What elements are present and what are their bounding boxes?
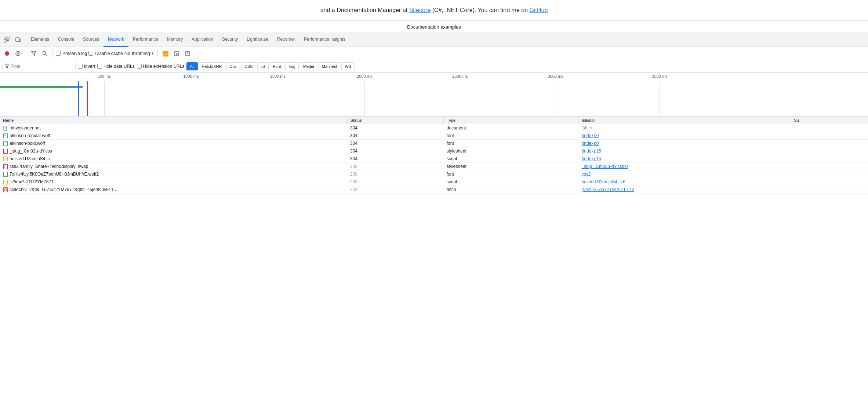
row-initiator[interactable]: css2 bbox=[579, 170, 791, 178]
type-btn-doc[interactable]: Doc bbox=[226, 62, 240, 70]
svg-text:T: T bbox=[4, 173, 6, 176]
hide-data-urls-checkbox[interactable] bbox=[97, 64, 102, 69]
row-initiator[interactable]: _slug_.Cm02u-dY.css:0 bbox=[579, 163, 791, 170]
initiator-link[interactable]: css2 bbox=[582, 172, 591, 177]
hide-data-urls-label[interactable]: Hide data URLs bbox=[97, 64, 135, 69]
initiator-link[interactable]: _slug_.Cm02u-dY.css:0 bbox=[582, 164, 628, 169]
row-icon-font: T bbox=[3, 133, 8, 138]
timeline-mark-2500: 2500 ms bbox=[452, 74, 468, 78]
row-initiator[interactable]: (index):15 bbox=[579, 155, 791, 163]
network-table-container[interactable]: Name Status Type Initiator Siz mhwelande… bbox=[0, 117, 868, 411]
invert-label[interactable]: Invert bbox=[78, 64, 95, 69]
initiator-link[interactable]: (index):15 bbox=[582, 148, 601, 154]
table-row[interactable]: JShoisted.D3cmjpS4.js304script(index):15 bbox=[0, 155, 868, 163]
table-row[interactable]: mhwelander.net304documentOther bbox=[0, 124, 868, 132]
inspect-element-icon[interactable] bbox=[1, 34, 12, 45]
table-row[interactable]: #_slug_.Cm02u-dY.css304stylesheet(index)… bbox=[0, 147, 868, 155]
table-row[interactable]: Tatkinson-regular.woff304font(index):0 bbox=[0, 132, 868, 140]
initiator-link[interactable]: (index):15 bbox=[582, 156, 601, 161]
svg-rect-1 bbox=[7, 37, 9, 39]
filter-input[interactable] bbox=[11, 64, 62, 69]
tab-network[interactable]: Network bbox=[103, 32, 128, 47]
hide-ext-urls-checkbox[interactable] bbox=[137, 64, 142, 69]
preserve-log-label[interactable]: Preserve log bbox=[56, 51, 87, 56]
sitecore-link[interactable]: Sitecore bbox=[409, 7, 431, 14]
search-button[interactable] bbox=[40, 49, 50, 58]
tab-sources[interactable]: Sources bbox=[79, 32, 103, 47]
wifi-icon: 📶 bbox=[162, 51, 168, 56]
hide-ext-urls-label[interactable]: Hide extension URLs bbox=[137, 64, 185, 69]
invert-checkbox[interactable] bbox=[78, 64, 83, 69]
timeline-bars bbox=[0, 83, 868, 112]
row-type: stylesheet bbox=[444, 163, 579, 170]
row-name-cell: JSjs?id=G-ZG72YM767T bbox=[0, 178, 347, 186]
table-row[interactable]: collect?v=2&tid=G-ZG72YM767T&gtm=45je48l… bbox=[0, 186, 868, 194]
tab-bar-icons bbox=[1, 34, 23, 45]
filter-icon-button[interactable] bbox=[29, 49, 39, 58]
row-initiator[interactable]: js?id=G-ZG72YM767T:173 bbox=[579, 186, 791, 194]
type-btn-css[interactable]: CSS bbox=[241, 62, 256, 70]
svg-rect-0 bbox=[4, 37, 6, 39]
tab-console[interactable]: Console bbox=[54, 32, 79, 47]
row-status: 304 bbox=[347, 140, 444, 147]
toolbar-divider-2 bbox=[52, 50, 53, 57]
table-row[interactable]: T7cHtv4Uyi5K0OeZ7bohU8H0JmBUhfrE.woff220… bbox=[0, 170, 868, 178]
row-initiator[interactable]: hoisted.D3cmjpS4.js:6 bbox=[579, 178, 791, 186]
type-btn-manifest[interactable]: Manifest bbox=[319, 62, 341, 70]
disable-cache-label[interactable]: Disable cache bbox=[88, 51, 123, 56]
tab-performance[interactable]: Performance bbox=[128, 32, 163, 47]
col-header-name[interactable]: Name bbox=[0, 117, 347, 124]
clear-button[interactable] bbox=[13, 49, 23, 58]
row-size bbox=[791, 140, 868, 147]
device-toggle-icon[interactable] bbox=[13, 34, 23, 45]
row-size bbox=[791, 124, 868, 132]
initiator-link[interactable]: hoisted.D3cmjpS4.js:6 bbox=[582, 179, 625, 184]
page-title: Documentation examples bbox=[407, 24, 461, 30]
tab-memory[interactable]: Memory bbox=[163, 32, 187, 47]
import-har-button[interactable] bbox=[172, 49, 181, 58]
svg-line-10 bbox=[46, 54, 47, 56]
tab-elements[interactable]: Elements bbox=[26, 32, 54, 47]
type-btn-media[interactable]: Media bbox=[300, 62, 317, 70]
type-btn-js[interactable]: JS bbox=[257, 62, 269, 70]
tab-application[interactable]: Application bbox=[187, 32, 218, 47]
github-link[interactable]: GitHub bbox=[530, 7, 548, 14]
row-initiator[interactable]: (index):15 bbox=[579, 147, 791, 155]
row-status: 304 bbox=[347, 132, 444, 140]
row-initiator[interactable]: (index):0 bbox=[579, 132, 791, 140]
svg-text:JS: JS bbox=[4, 158, 7, 161]
row-icon-css: # bbox=[3, 148, 8, 154]
tab-performance-insights[interactable]: Performance insights bbox=[299, 32, 350, 47]
initiator-link[interactable]: (index):0 bbox=[582, 133, 599, 138]
preserve-log-checkbox[interactable] bbox=[56, 51, 61, 56]
col-header-initiator[interactable]: Initiator bbox=[579, 117, 791, 124]
table-row[interactable]: Tatkinson-bold.woff304font(index):0 bbox=[0, 140, 868, 147]
initiator-link[interactable]: (index):0 bbox=[582, 141, 599, 146]
table-row[interactable]: #css2?family=Share+Tech&display=swap200s… bbox=[0, 163, 868, 170]
disable-cache-checkbox[interactable] bbox=[88, 51, 93, 56]
type-btn-ws[interactable]: WS bbox=[341, 62, 355, 70]
col-header-type[interactable]: Type bbox=[444, 117, 579, 124]
tab-lighthouse[interactable]: Lighthouse bbox=[242, 32, 273, 47]
throttle-selector[interactable]: No throttling ▼ bbox=[124, 51, 155, 56]
initiator-link[interactable]: js?id=G-ZG72YM767T:173 bbox=[582, 187, 634, 192]
col-header-size[interactable]: Siz bbox=[791, 117, 868, 124]
filter-input-wrapper bbox=[2, 63, 76, 70]
row-initiator[interactable]: (index):0 bbox=[579, 140, 791, 147]
row-type: font bbox=[444, 140, 579, 147]
tab-security[interactable]: Security bbox=[218, 32, 242, 47]
type-btn-all[interactable]: All bbox=[186, 62, 197, 70]
svg-text:T: T bbox=[4, 142, 6, 146]
type-btn-font[interactable]: Font bbox=[270, 62, 284, 70]
record-button[interactable] bbox=[2, 49, 12, 58]
type-btn-fetch-xhr[interactable]: Fetch/XHR bbox=[199, 62, 225, 70]
row-type: font bbox=[444, 132, 579, 140]
col-header-status[interactable]: Status bbox=[347, 117, 444, 124]
table-row[interactable]: JSjs?id=G-ZG72YM767T200scripthoisted.D3c… bbox=[0, 178, 868, 186]
type-btn-img[interactable]: Img bbox=[286, 62, 299, 70]
wifi-icon-button[interactable]: 📶 bbox=[161, 49, 170, 58]
throttle-label: No throttling bbox=[124, 51, 150, 56]
timeline-mark-3000: 3000 ms bbox=[548, 74, 563, 78]
export-har-button[interactable] bbox=[183, 49, 192, 58]
tab-recorder[interactable]: Recorder bbox=[273, 32, 299, 47]
